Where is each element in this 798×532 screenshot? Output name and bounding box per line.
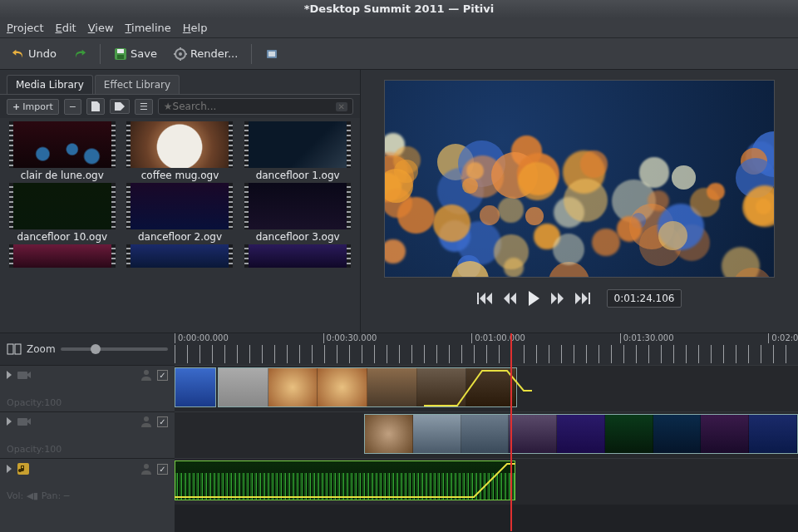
render-label: Render... [190, 47, 238, 60]
media-item-label: dancefloor 1.ogv [256, 170, 340, 181]
plus-icon: + [12, 101, 20, 112]
svg-rect-6 [268, 52, 275, 57]
zoom-fit-icon[interactable] [7, 343, 22, 355]
goto-end-button[interactable] [575, 293, 590, 304]
media-item-label: dancefloor 3.ogv [256, 231, 340, 243]
menu-bar: Project Edit View Timeline Help [0, 18, 798, 38]
playhead-line[interactable] [510, 365, 512, 531]
tab-effect-library[interactable]: Effect Library [95, 75, 180, 94]
track-visible-checkbox[interactable]: ✓ [157, 416, 168, 427]
track-property[interactable]: Opacity:100 [7, 397, 168, 408]
library-toolbar: + Import − ☰ ★ ✕ [0, 94, 360, 118]
timeline: Zoom 0:00:00.0000:00:30.0000:01:00.0000:… [0, 332, 798, 532]
import-button[interactable]: + Import [7, 99, 59, 115]
track-visible-checkbox[interactable]: ✓ [157, 370, 168, 381]
tag-icon [114, 101, 126, 111]
video-clip[interactable] [218, 367, 517, 407]
track-headers: ✓Opacity:100✓Opacity:100✓Vol: ◀▮ Pan: ─ [0, 365, 175, 532]
timeline-ruler[interactable]: 0:00:00.0000:00:30.0000:01:00.0000:01:30… [175, 333, 798, 365]
redo-button[interactable] [68, 45, 91, 63]
svg-rect-1 [117, 49, 124, 53]
media-item[interactable] [5, 244, 120, 268]
window-title: *Desktop Summit 2011 — Pitivi [0, 0, 798, 18]
menu-edit[interactable]: Edit [56, 22, 76, 34]
render-button[interactable]: Render... [169, 45, 243, 63]
play-button[interactable] [527, 291, 540, 306]
media-item[interactable]: clair de lune.ogv [5, 121, 120, 181]
menu-help[interactable]: Help [183, 22, 208, 34]
track-visible-checkbox[interactable]: ✓ [157, 464, 168, 475]
person-icon[interactable] [140, 416, 152, 427]
media-thumbnail [9, 244, 116, 268]
preview-panel: 0:01:24.106 [361, 70, 798, 332]
svg-rect-2 [117, 55, 124, 59]
video-preview[interactable] [384, 80, 775, 278]
media-item[interactable]: dancefloor 3.ogv [240, 183, 355, 243]
redo-icon [73, 47, 86, 61]
video-track-header: ✓Opacity:100 [0, 411, 175, 458]
music-note-icon [17, 462, 30, 475]
rewind-button[interactable] [502, 293, 517, 304]
svg-point-14 [144, 416, 149, 421]
undo-label: Undo [28, 47, 57, 60]
save-label: Save [131, 47, 157, 60]
media-item-label: dancefloor 10.ogv [17, 231, 107, 243]
menu-project[interactable]: Project [7, 22, 44, 34]
render-icon [174, 47, 187, 61]
list-icon: ☰ [140, 101, 148, 112]
zoom-slider[interactable] [61, 347, 168, 351]
list-view-button[interactable]: ☰ [135, 99, 153, 115]
media-item[interactable]: dancefloor 10.ogv [5, 183, 120, 243]
left-panel: Media Library Effect Library + Import − … [0, 70, 361, 332]
search-input[interactable] [173, 101, 336, 112]
timecode-display[interactable]: 0:01:24.106 [607, 289, 682, 308]
media-item[interactable] [123, 244, 238, 268]
media-item-label: coffee mug.ogv [141, 170, 219, 181]
clip-props-button[interactable] [86, 98, 105, 115]
video-clip[interactable] [175, 367, 216, 407]
expand-icon[interactable] [7, 465, 12, 473]
insert-end-button[interactable] [110, 99, 130, 114]
goto-start-button[interactable] [477, 293, 492, 304]
page-icon [91, 101, 101, 112]
menu-view[interactable]: View [88, 22, 114, 34]
svg-rect-11 [17, 372, 27, 379]
media-thumbnail [244, 183, 351, 229]
media-item[interactable]: dancefloor 2.ogv [123, 183, 238, 243]
main-toolbar: Undo Save Render... [0, 38, 798, 70]
track-area[interactable] [175, 365, 798, 532]
audio-clip[interactable] [175, 461, 515, 500]
ruler-tick: 0:01:30.000 [620, 333, 674, 343]
screenshot-button[interactable] [260, 45, 283, 63]
menu-timeline[interactable]: Timeline [126, 22, 171, 34]
expand-icon[interactable] [7, 417, 12, 426]
svg-point-4 [179, 52, 182, 56]
video-clip[interactable] [364, 414, 798, 454]
track-property[interactable]: Vol: ◀▮ Pan: ─ [7, 490, 168, 501]
media-item[interactable] [240, 244, 355, 268]
media-thumbnail [9, 121, 116, 168]
media-thumbnail [126, 244, 233, 268]
person-icon[interactable] [140, 463, 152, 475]
audio-track-header: ✓Vol: ◀▮ Pan: ─ [0, 458, 175, 505]
save-icon [114, 47, 127, 61]
clear-search-icon[interactable]: ✕ [336, 102, 347, 111]
undo-icon [12, 47, 25, 61]
svg-rect-9 [7, 344, 13, 354]
track-property[interactable]: Opacity:100 [7, 444, 168, 455]
person-icon[interactable] [140, 369, 152, 381]
star-icon: ★ [164, 101, 173, 112]
media-item-label: clair de lune.ogv [21, 170, 104, 181]
remove-button[interactable]: − [64, 99, 81, 115]
minus-icon: − [69, 101, 76, 112]
playback-controls: 0:01:24.106 [477, 289, 682, 308]
search-field[interactable]: ★ ✕ [158, 98, 353, 115]
undo-button[interactable]: Undo [7, 45, 62, 63]
forward-button[interactable] [550, 293, 565, 304]
tab-media-library[interactable]: Media Library [7, 75, 93, 94]
save-button[interactable]: Save [109, 45, 162, 63]
svg-rect-8 [589, 293, 590, 304]
media-item[interactable]: dancefloor 1.ogv [240, 121, 355, 181]
media-item[interactable]: coffee mug.ogv [123, 121, 238, 181]
expand-icon[interactable] [7, 371, 12, 379]
